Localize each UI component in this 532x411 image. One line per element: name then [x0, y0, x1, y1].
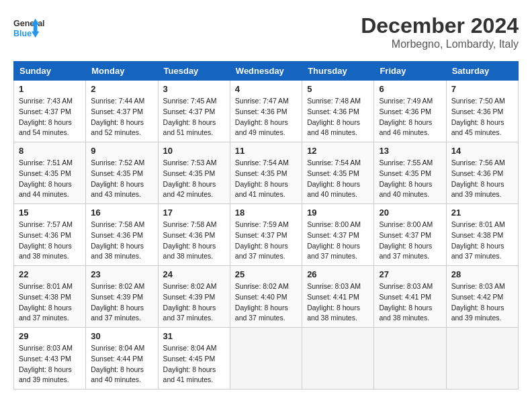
calendar-cell: 7Sunrise: 7:50 AMSunset: 4:36 PMDaylight…: [446, 81, 518, 142]
day-info-line: Sunrise: 7:43 AM: [19, 96, 81, 107]
day-content: Sunrise: 7:54 AMSunset: 4:35 PMDaylight:…: [235, 158, 297, 200]
day-number: 6: [379, 84, 441, 94]
calendar-cell: 28Sunrise: 8:03 AMSunset: 4:42 PMDayligh…: [446, 266, 518, 328]
day-number: 14: [451, 146, 513, 156]
calendar-cell: 17Sunrise: 7:58 AMSunset: 4:36 PMDayligh…: [158, 204, 230, 266]
column-header-friday: Friday: [374, 62, 446, 81]
calendar-cell: 27Sunrise: 8:03 AMSunset: 4:41 PMDayligh…: [374, 266, 446, 328]
day-info-line: Sunset: 4:38 PM: [451, 230, 513, 241]
day-info-line: Sunrise: 7:57 AM: [19, 220, 81, 230]
day-info-line: Daylight: 8 hours: [19, 179, 81, 190]
day-info-line: Sunset: 4:36 PM: [451, 169, 513, 179]
day-info-line: and 37 minutes.: [163, 313, 225, 324]
day-content: Sunrise: 8:03 AMSunset: 4:41 PMDaylight:…: [379, 281, 441, 324]
day-number: 16: [91, 208, 152, 218]
calendar-cell: 26Sunrise: 8:03 AMSunset: 4:41 PMDayligh…: [302, 266, 374, 328]
day-content: Sunrise: 7:49 AMSunset: 4:36 PMDaylight:…: [379, 96, 441, 138]
day-info-line: Sunrise: 7:48 AM: [307, 96, 369, 107]
day-info-line: Sunset: 4:36 PM: [19, 230, 81, 241]
column-header-monday: Monday: [86, 62, 158, 81]
day-info-line: Sunset: 4:35 PM: [163, 169, 225, 179]
day-info-line: Sunrise: 8:03 AM: [19, 343, 81, 354]
day-number: 12: [307, 146, 369, 156]
calendar-cell: 10Sunrise: 7:53 AMSunset: 4:35 PMDayligh…: [158, 142, 230, 204]
day-number: 30: [91, 331, 152, 341]
calendar-week-row: 1Sunrise: 7:43 AMSunset: 4:37 PMDaylight…: [14, 81, 519, 142]
calendar-cell: 14Sunrise: 7:56 AMSunset: 4:36 PMDayligh…: [446, 142, 518, 204]
day-info-line: and 37 minutes.: [91, 313, 152, 324]
day-info-line: Daylight: 8 hours: [163, 241, 225, 252]
day-info-line: and 39 minutes.: [451, 313, 513, 324]
day-info-line: Daylight: 8 hours: [91, 179, 152, 190]
day-info-line: Daylight: 8 hours: [91, 365, 152, 375]
day-content: Sunrise: 7:44 AMSunset: 4:37 PMDaylight:…: [91, 96, 152, 138]
column-header-saturday: Saturday: [446, 62, 518, 81]
day-info-line: Daylight: 8 hours: [379, 118, 441, 128]
day-info-line: Sunset: 4:40 PM: [235, 292, 297, 303]
calendar-cell: 13Sunrise: 7:55 AMSunset: 4:35 PMDayligh…: [374, 142, 446, 204]
day-content: Sunrise: 7:47 AMSunset: 4:36 PMDaylight:…: [235, 96, 297, 138]
day-info-line: Daylight: 8 hours: [91, 303, 152, 314]
day-info-line: Daylight: 8 hours: [163, 179, 225, 190]
day-info-line: Daylight: 8 hours: [451, 118, 513, 128]
day-number: 13: [379, 146, 441, 156]
day-info-line: and 46 minutes.: [379, 128, 441, 138]
calendar-cell: 29Sunrise: 8:03 AMSunset: 4:43 PMDayligh…: [14, 328, 86, 390]
column-header-wednesday: Wednesday: [230, 62, 302, 81]
day-info-line: Daylight: 8 hours: [19, 118, 81, 128]
day-info-line: and 38 minutes.: [163, 251, 225, 262]
calendar-cell: 3Sunrise: 7:45 AMSunset: 4:37 PMDaylight…: [158, 81, 230, 142]
day-content: Sunrise: 8:02 AMSunset: 4:40 PMDaylight:…: [235, 281, 297, 324]
day-number: 28: [451, 269, 513, 279]
day-number: 15: [19, 208, 81, 218]
day-info-line: Daylight: 8 hours: [451, 303, 513, 314]
day-info-line: and 38 minutes.: [91, 251, 152, 262]
calendar-cell: 4Sunrise: 7:47 AMSunset: 4:36 PMDaylight…: [230, 81, 302, 142]
day-info-line: and 45 minutes.: [451, 128, 513, 138]
day-info-line: and 37 minutes.: [235, 251, 297, 262]
day-content: Sunrise: 7:57 AMSunset: 4:36 PMDaylight:…: [19, 220, 81, 262]
day-content: Sunrise: 7:45 AMSunset: 4:37 PMDaylight:…: [163, 96, 225, 138]
column-header-thursday: Thursday: [302, 62, 374, 81]
day-content: Sunrise: 8:03 AMSunset: 4:41 PMDaylight:…: [307, 281, 369, 324]
calendar-header-row: SundayMondayTuesdayWednesdayThursdayFrid…: [14, 62, 519, 81]
calendar-cell: 1Sunrise: 7:43 AMSunset: 4:37 PMDaylight…: [14, 81, 86, 142]
calendar-cell: 16Sunrise: 7:58 AMSunset: 4:36 PMDayligh…: [86, 204, 158, 266]
day-info-line: Daylight: 8 hours: [19, 303, 81, 314]
day-info-line: Daylight: 8 hours: [163, 365, 225, 375]
calendar-cell: 15Sunrise: 7:57 AMSunset: 4:36 PMDayligh…: [14, 204, 86, 266]
calendar-cell: 25Sunrise: 8:02 AMSunset: 4:40 PMDayligh…: [230, 266, 302, 328]
title-block: December 2024 Morbegno, Lombardy, Italy: [361, 13, 519, 50]
day-info-line: and 43 minutes.: [91, 189, 152, 200]
day-info-line: Sunset: 4:41 PM: [307, 292, 369, 303]
day-info-line: Sunrise: 8:03 AM: [379, 281, 441, 292]
day-content: Sunrise: 7:53 AMSunset: 4:35 PMDaylight:…: [163, 158, 225, 200]
day-content: Sunrise: 8:02 AMSunset: 4:39 PMDaylight:…: [91, 281, 152, 324]
day-info-line: Daylight: 8 hours: [235, 179, 297, 190]
calendar-cell: [446, 328, 518, 390]
day-info-line: Sunrise: 8:00 AM: [307, 220, 369, 230]
day-info-line: Sunset: 4:35 PM: [307, 169, 369, 179]
day-info-line: and 51 minutes.: [163, 128, 225, 138]
calendar-cell: 30Sunrise: 8:04 AMSunset: 4:44 PMDayligh…: [86, 328, 158, 390]
day-info-line: Sunset: 4:41 PM: [379, 292, 441, 303]
logo-svg: General Blue: [13, 13, 47, 47]
day-info-line: Sunrise: 8:03 AM: [307, 281, 369, 292]
month-title: December 2024: [361, 13, 519, 38]
day-info-line: and 39 minutes.: [19, 375, 81, 385]
day-info-line: Sunrise: 7:53 AM: [163, 158, 225, 169]
day-info-line: Sunrise: 8:03 AM: [451, 281, 513, 292]
day-info-line: and 38 minutes.: [307, 313, 369, 324]
day-info-line: and 37 minutes.: [307, 251, 369, 262]
calendar-week-row: 15Sunrise: 7:57 AMSunset: 4:36 PMDayligh…: [14, 204, 519, 266]
column-header-sunday: Sunday: [14, 62, 86, 81]
day-info-line: Sunrise: 7:50 AM: [451, 96, 513, 107]
day-info-line: Sunrise: 8:04 AM: [163, 343, 225, 354]
day-content: Sunrise: 8:01 AMSunset: 4:38 PMDaylight:…: [451, 220, 513, 262]
day-info-line: and 37 minutes.: [19, 313, 81, 324]
day-content: Sunrise: 8:00 AMSunset: 4:37 PMDaylight:…: [379, 220, 441, 262]
day-info-line: Sunrise: 8:04 AM: [91, 343, 152, 354]
day-info-line: Daylight: 8 hours: [235, 303, 297, 314]
day-content: Sunrise: 8:04 AMSunset: 4:45 PMDaylight:…: [163, 343, 225, 385]
day-content: Sunrise: 7:59 AMSunset: 4:37 PMDaylight:…: [235, 220, 297, 262]
